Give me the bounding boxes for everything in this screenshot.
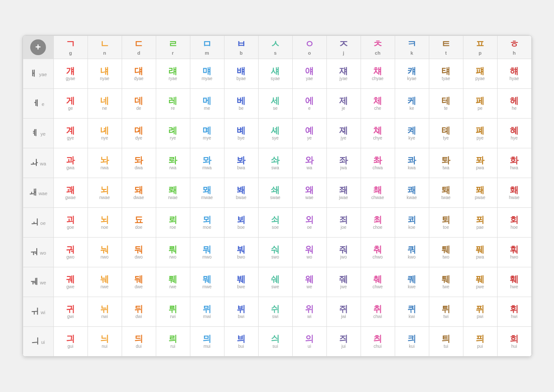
cell-wae-o[interactable]: 왜wae (292, 178, 326, 207)
cell-ye-d[interactable]: 뎨dye (122, 118, 156, 148)
cell-wae-n[interactable]: 뇌nwae (88, 178, 122, 207)
cell-e-r[interactable]: 레re (156, 88, 190, 118)
cell-e-s[interactable]: 세se (258, 88, 292, 118)
cell-wo-n[interactable]: 눠nwo (88, 237, 122, 267)
cell-we-d[interactable]: 뒈dwe (122, 267, 156, 297)
cell-wo-t[interactable]: 퉤two (429, 237, 463, 267)
cell-wi-ch[interactable]: 취chwi (361, 297, 395, 326)
cell-yae-o[interactable]: 얘yae (292, 59, 326, 88)
cell-ye-j[interactable]: 졔jye (326, 118, 361, 148)
cell-ui-ch[interactable]: 츼chui (361, 326, 395, 356)
cell-e-n[interactable]: 네ne (88, 88, 122, 118)
cell-wo-b[interactable]: 붜bwo (224, 237, 258, 267)
cell-yae-m[interactable]: 먜myae (190, 59, 224, 88)
cell-wae-m[interactable]: 뫠mwae (190, 178, 224, 207)
cell-oe-s[interactable]: 쇠soe (258, 207, 292, 237)
cell-e-o[interactable]: 에e (292, 88, 326, 118)
cell-wa-j[interactable]: 좌jwa (326, 148, 361, 178)
cell-oe-t[interactable]: 퇴toe (429, 207, 463, 237)
cell-we-b[interactable]: 붸bwe (224, 267, 258, 297)
cell-wae-g[interactable]: 괘gwae (53, 178, 88, 207)
cell-wo-h[interactable]: 훠hwo (497, 237, 531, 267)
cell-wi-p[interactable]: 퓌pwi (463, 297, 497, 326)
cell-wi-r[interactable]: 뤼rwi (156, 297, 190, 326)
cell-ye-m[interactable]: 몌mye (190, 118, 224, 148)
cell-wa-o[interactable]: 와wa (292, 148, 326, 178)
cell-wo-j[interactable]: 줘jwo (326, 237, 361, 267)
cell-we-h[interactable]: 훼hwe (497, 267, 531, 297)
cell-yae-p[interactable]: 퍠pyae (463, 59, 497, 88)
cell-e-p[interactable]: 페pe (463, 88, 497, 118)
cell-wa-ch[interactable]: 촤chwa (361, 148, 395, 178)
cell-ye-t[interactable]: 톄tye (429, 118, 463, 148)
cell-oe-m[interactable]: 뫼moe (190, 207, 224, 237)
cell-wa-p[interactable]: 퐈pwa (463, 148, 497, 178)
cell-wa-k[interactable]: 콰kwa (395, 148, 429, 178)
cell-we-s[interactable]: 쉐swe (258, 267, 292, 297)
cell-ye-s[interactable]: 셰sye (258, 118, 292, 148)
cell-wo-m[interactable]: 뭐mwo (190, 237, 224, 267)
cell-wi-b[interactable]: 뷔bwi (224, 297, 258, 326)
cell-yae-t[interactable]: 턔tyae (429, 59, 463, 88)
cell-oe-r[interactable]: 뢰roe (156, 207, 190, 237)
cell-wi-j[interactable]: 쥐jwi (326, 297, 361, 326)
cell-wa-t[interactable]: 톼twa (429, 148, 463, 178)
cell-wi-g[interactable]: 귀gwi (53, 297, 88, 326)
cell-wa-m[interactable]: 뫄mwa (190, 148, 224, 178)
cell-we-p[interactable]: 풰pwe (463, 267, 497, 297)
plus-button[interactable]: + (30, 39, 46, 55)
cell-wae-s[interactable]: 쇄swae (258, 178, 292, 207)
cell-wae-p[interactable]: 퐤pwae (463, 178, 497, 207)
cell-we-k[interactable]: 퀘kwe (395, 267, 429, 297)
cell-e-j[interactable]: 제je (326, 88, 361, 118)
cell-ui-g[interactable]: 긔gui (53, 326, 88, 356)
cell-wae-j[interactable]: 좨jwae (326, 178, 361, 207)
cell-yae-ch[interactable]: 챼chyae (361, 59, 395, 88)
cell-yae-g[interactable]: 걔gyae (53, 59, 88, 88)
cell-yae-k[interactable]: 컈kyae (395, 59, 429, 88)
cell-wae-h[interactable]: 홰hwae (497, 178, 531, 207)
cell-ui-r[interactable]: 릐rui (156, 326, 190, 356)
cell-e-h[interactable]: 헤he (497, 88, 531, 118)
cell-we-t[interactable]: 퉤twe (429, 267, 463, 297)
cell-ye-h[interactable]: 혜hye (497, 118, 531, 148)
cell-wi-n[interactable]: 뉘nwi (88, 297, 122, 326)
cell-wae-t[interactable]: 퇘twae (429, 178, 463, 207)
cell-we-ch[interactable]: 췌chwe (361, 267, 395, 297)
cell-wo-k[interactable]: 쿼kwo (395, 237, 429, 267)
cell-wo-r[interactable]: 뤄rwo (156, 237, 190, 267)
cell-ui-b[interactable]: 븨bui (224, 326, 258, 356)
cell-wae-b[interactable]: 봬bwae (224, 178, 258, 207)
cell-wo-o[interactable]: 워wo (292, 237, 326, 267)
cell-oe-o[interactable]: 외oe (292, 207, 326, 237)
plus-cell[interactable]: + (23, 36, 53, 59)
cell-oe-p[interactable]: 푀pae (463, 207, 497, 237)
cell-we-n[interactable]: 눼nwe (88, 267, 122, 297)
cell-e-d[interactable]: 데de (122, 88, 156, 118)
cell-wo-g[interactable]: 궈gwo (53, 237, 88, 267)
cell-wi-m[interactable]: 뮈mwi (190, 297, 224, 326)
cell-yae-h[interactable]: 햬hyae (497, 59, 531, 88)
cell-wae-d[interactable]: 돼dwae (122, 178, 156, 207)
cell-wo-p[interactable]: 풰pwa (463, 237, 497, 267)
cell-oe-k[interactable]: 쾨koe (395, 207, 429, 237)
cell-wo-ch[interactable]: 춰chwo (361, 237, 395, 267)
cell-oe-ch[interactable]: 최choe (361, 207, 395, 237)
cell-ui-t[interactable]: 틔tui (429, 326, 463, 356)
cell-wo-s[interactable]: 숴swo (258, 237, 292, 267)
cell-oe-d[interactable]: 됴doe (122, 207, 156, 237)
cell-ui-h[interactable]: 희hui (497, 326, 531, 356)
cell-yae-b[interactable]: 뱨byae (224, 59, 258, 88)
cell-wa-r[interactable]: 롸rwa (156, 148, 190, 178)
cell-oe-h[interactable]: 회hoe (497, 207, 531, 237)
cell-yae-j[interactable]: 쟤jyae (326, 59, 361, 88)
cell-ui-n[interactable]: 늬nui (88, 326, 122, 356)
cell-ui-m[interactable]: 믜mui (190, 326, 224, 356)
cell-ye-r[interactable]: 례rye (156, 118, 190, 148)
cell-yae-s[interactable]: 섀syae (258, 59, 292, 88)
cell-oe-n[interactable]: 뇌noe (88, 207, 122, 237)
cell-ye-ch[interactable]: 쳬chye (361, 118, 395, 148)
cell-ye-k[interactable]: 켸kye (395, 118, 429, 148)
cell-wi-d[interactable]: 뒤dwi (122, 297, 156, 326)
cell-wae-r[interactable]: 뢔rwae (156, 178, 190, 207)
